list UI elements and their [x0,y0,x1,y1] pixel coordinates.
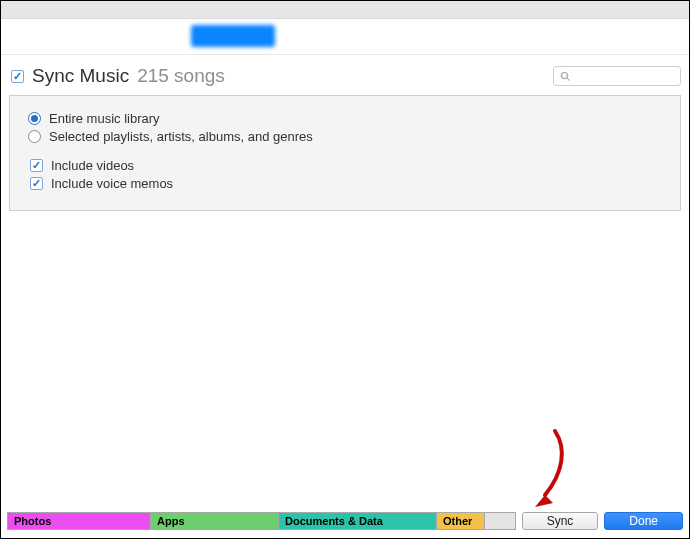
radio-selected-items-label: Selected playlists, artists, albums, and… [49,129,313,144]
include-videos-row[interactable]: Include videos [30,158,662,173]
capacity-apps-label: Apps [157,515,185,527]
device-chip[interactable] [191,25,275,47]
capacity-seg-apps: Apps [151,513,279,529]
capacity-other-label: Other [443,515,472,527]
sync-music-heading: Sync Music [32,65,129,87]
capacity-seg-docs: Documents & Data [279,513,437,529]
sync-options-panel: Entire music library Selected playlists,… [9,95,681,211]
device-selector-row [1,19,689,55]
include-voice-memos-row[interactable]: Include voice memos [30,176,662,191]
include-videos-checkbox[interactable] [30,159,43,172]
radio-entire-library-label: Entire music library [49,111,160,126]
done-button[interactable]: Done [604,512,683,530]
radio-entire-library-row[interactable]: Entire music library [28,111,662,126]
done-button-label: Done [629,514,658,528]
sync-button-label: Sync [547,514,574,528]
capacity-bar: Photos Apps Documents & Data Other [7,512,516,530]
radio-entire-library[interactable] [28,112,41,125]
top-toolbar [1,1,689,19]
capacity-docs-label: Documents & Data [285,515,383,527]
search-icon [560,71,571,82]
search-input[interactable] [553,66,681,86]
radio-selected-items-row[interactable]: Selected playlists, artists, albums, and… [28,129,662,144]
include-voice-memos-checkbox[interactable] [30,177,43,190]
capacity-seg-photos: Photos [8,513,151,529]
include-voice-memos-label: Include voice memos [51,176,173,191]
sync-music-checkbox[interactable] [11,70,24,83]
capacity-photos-label: Photos [14,515,51,527]
include-options-group: Include videos Include voice memos [28,158,662,191]
capacity-seg-other: Other [437,513,485,529]
song-count-label: 215 songs [137,65,225,87]
capacity-seg-free [485,513,515,529]
radio-selected-items[interactable] [28,130,41,143]
sync-button[interactable]: Sync [522,512,599,530]
include-videos-label: Include videos [51,158,134,173]
content-area: Sync Music 215 songs Entire music librar… [1,55,689,211]
footer: Photos Apps Documents & Data Other Sync … [7,512,683,532]
annotation-arrow [507,427,577,517]
sync-title-row: Sync Music 215 songs [9,65,681,93]
